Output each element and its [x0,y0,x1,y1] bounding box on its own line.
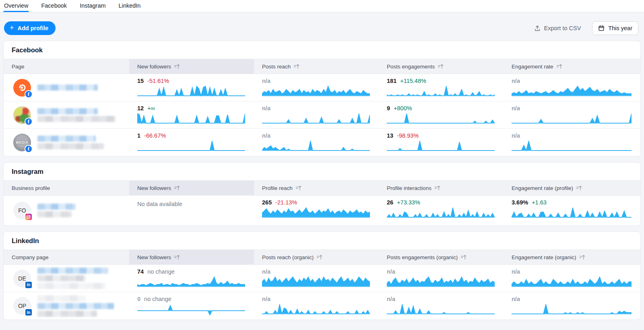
sort-icon[interactable] [174,185,180,191]
metric-delta: +115.48% [400,78,426,84]
redacted-text-line [37,283,106,289]
column-header-engagement-rate-organic-[interactable]: Engagement rate (organic) [504,250,640,264]
sparkline-chart [137,275,245,288]
sparkline-chart [387,275,495,288]
metric-value-na: n/a [512,268,520,275]
metric-cell: n/a [504,101,640,128]
metric-cell: 9+800% [379,101,504,128]
redacted-text-line [37,143,104,149]
sort-icon[interactable] [434,185,440,191]
cards: FacebookPageNew followersPosts reachPost… [0,41,644,320]
redacted-text-line [37,275,86,281]
redacted-profile-name [37,85,98,91]
column-header-new-followers[interactable]: New followers [129,250,254,264]
facebook-badge-icon: f [25,90,33,98]
profile-avatar: MEDIAf [13,134,31,151]
redacted-profile-name [37,204,76,217]
sort-icon[interactable] [556,64,562,69]
metric-cell: n/a [504,74,640,101]
sort-icon[interactable] [460,254,466,260]
sort-icon[interactable] [174,64,180,69]
sparkline-chart [262,275,370,288]
profile-cell[interactable]: f [4,101,129,128]
sparkline-chart [137,303,245,316]
metric-delta: -21.13% [275,199,297,206]
sparkline-chart [137,85,245,97]
sparkline-chart [512,206,632,219]
metric-cell: 3.69%+1.63 [504,196,640,225]
profile-cell[interactable]: MEDIAf [4,129,129,156]
metric-value-na: n/a [262,132,270,139]
column-header-new-followers[interactable]: New followers [129,59,254,74]
redacted-profile-name [37,295,114,317]
column-header-label: Engagement rate [512,64,553,70]
metric-value: 1 [137,132,140,139]
metric-delta: +800% [394,105,412,111]
column-header-posts-reach[interactable]: Posts reach [254,59,379,74]
sparkline-chart [512,139,632,152]
metric-value-na: n/a [512,132,520,139]
sparkline-chart [387,139,495,152]
metric-cell: n/a [254,74,379,101]
column-header-label: Business profile [12,185,50,191]
metric-value: 15 [137,78,144,84]
metric-cell: n/a [379,265,504,292]
sparkline-chart [512,303,632,316]
tab-linkedin[interactable]: LinkedIn [119,0,141,12]
sort-icon[interactable] [316,254,322,260]
metric-cell: No data available [129,196,254,225]
instagram-badge-icon [25,213,33,221]
column-header-label: New followers [137,185,171,191]
profile-avatar: OPin [13,297,31,315]
metric-cell: 13-98.93% [379,129,504,156]
export-csv-label: Export to CSV [544,25,581,31]
metric-cell: 15-51.61% [129,74,254,101]
column-header-new-followers[interactable]: New followers [129,181,254,195]
toolbar: + Add profile Export to CSV This year [4,21,638,35]
profile-avatar: FO [13,202,31,219]
metric-cell: 1-66.67% [129,129,254,156]
column-header-posts-engagements[interactable]: Posts engagements [379,59,504,74]
profile-cell[interactable]: FO [4,196,129,225]
metric-delta: no change [147,268,175,275]
table-row: f12+∞n/a9+800%n/a [4,101,640,129]
sort-icon[interactable] [174,254,180,260]
column-header-profile-reach[interactable]: Profile reach [254,181,379,195]
metric-cell: n/a [254,101,379,128]
metric-value: 74 [137,268,144,275]
metric-cell: n/a [379,292,504,320]
toolbar-right: Export to CSV This year [534,21,638,35]
section-title-linkedin: LinkedIn [4,232,640,250]
metric-value: 26 [387,199,393,206]
column-header-label: Posts engagements [387,64,435,70]
column-header-page: Page [4,59,129,74]
sparkline-chart [387,303,495,316]
sort-icon[interactable] [576,185,582,191]
sort-icon[interactable] [293,64,299,69]
table-header-row: Business profileNew followersProfile rea… [4,180,640,196]
profile-cell[interactable]: DEin [4,265,129,292]
sort-icon[interactable] [438,64,444,69]
add-profile-button[interactable]: + Add profile [4,21,56,35]
sort-icon[interactable] [579,254,585,260]
column-header-label: Posts reach (organic) [262,254,314,260]
metric-value: 13 [387,132,393,139]
export-csv-button[interactable]: Export to CSV [534,25,581,31]
date-range-button[interactable]: This year [592,21,638,35]
profile-cell[interactable]: f [4,74,129,101]
redacted-text-line [37,204,76,210]
tab-instagram[interactable]: Instagram [80,0,105,12]
column-header-profile-interactions[interactable]: Profile interactions [379,181,504,195]
metric-cell: n/a [254,129,379,156]
tab-overview[interactable]: Overview [4,0,28,12]
column-header-posts-reach-organic-[interactable]: Posts reach (organic) [254,250,379,264]
metric-value-na: n/a [262,105,270,111]
metric-value-na: n/a [262,296,270,302]
column-header-posts-engagements-organic-[interactable]: Posts engagements (organic) [379,250,504,264]
tab-facebook[interactable]: Facebook [41,0,67,12]
metric-value: 0 [137,296,140,302]
sort-icon[interactable] [295,185,301,191]
profile-cell[interactable]: OPin [4,292,129,320]
column-header-engagement-rate[interactable]: Engagement rate [504,59,640,74]
column-header-engagement-rate-profile-[interactable]: Engagement rate (profile) [504,181,640,195]
